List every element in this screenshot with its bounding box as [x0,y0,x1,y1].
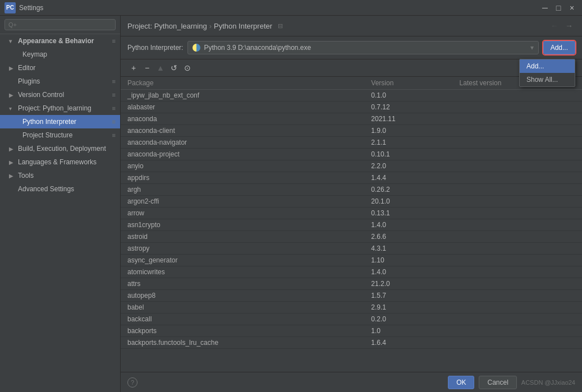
footer: ? OK Cancel ACSDN @JJxiao24 [121,372,582,392]
sidebar-item-advanced[interactable]: Advanced Settings [0,182,120,196]
nav-forward-button[interactable]: → [563,20,575,31]
table-row[interactable]: babel2.9.1 [121,302,582,313]
table-row[interactable]: anaconda-client1.9.0 [121,125,582,137]
table-row[interactable]: attrs21.2.0 [121,278,582,290]
package-toolbar: + − ▲ ↺ ⊙ [121,59,582,77]
cell-latest [453,313,582,325]
sidebar-item-label: Advanced Settings [18,185,74,193]
sidebar-item-plugins[interactable]: Plugins ≡ [0,75,120,88]
cell-version: 0.2.0 [364,313,452,325]
help-button[interactable]: ? [127,377,138,388]
table-row[interactable]: backports1.0 [121,325,582,337]
sidebar-item-label: Version Control [18,91,64,99]
content-area: Project: Python_learning › Python Interp… [121,16,582,392]
sidebar-item-label: Build, Execution, Deployment [18,145,106,153]
remove-package-button[interactable]: − [141,62,153,74]
maximize-button[interactable]: □ [553,2,564,13]
cancel-button[interactable]: Cancel [479,376,516,389]
window-title: Settings [19,4,43,12]
table-row[interactable]: backports.functools_lru_cache1.6.4 [121,337,582,349]
cell-package: astroid [121,231,364,243]
up-package-button[interactable]: ▲ [154,62,167,74]
interpreter-select[interactable]: Python 3.9 D:\anaconda\python.exe ▾ [187,41,538,54]
sidebar-item-python-interpreter[interactable]: Python Interpreter ≡ [0,115,120,128]
sidebar-item-version-control[interactable]: ▶ Version Control ≡ [0,88,120,102]
content-header: Project: Python_learning › Python Interp… [121,16,582,36]
cell-version: 4.3.1 [364,243,452,255]
cell-package: attrs [121,278,364,290]
cell-version: 1.4.4 [364,172,452,184]
cell-version: 2.2.0 [364,160,452,172]
table-row[interactable]: anaconda2021.11 [121,113,582,125]
table-row[interactable]: appdirs1.4.4 [121,172,582,184]
interpreter-icon: ≡ [112,118,116,125]
sidebar-item-label: Languages & Frameworks [18,158,97,166]
table-row[interactable]: anaconda-project0.10.1 [121,149,582,160]
settings-package-button[interactable]: ⊙ [181,62,194,74]
sidebar-item-build[interactable]: ▶ Build, Execution, Deployment [0,142,120,155]
breadcrumb: Project: Python_learning › Python Interp… [127,22,283,30]
table-row[interactable]: backcall0.2.0 [121,313,582,325]
table-row[interactable]: argh0.26.2 [121,184,582,196]
table-row[interactable]: arrow0.13.1 [121,207,582,219]
table-row[interactable]: astropy4.3.1 [121,243,582,255]
cell-package: appdirs [121,172,364,184]
cell-version: 1.4.0 [364,219,452,231]
table-row[interactable]: async_generator1.10 [121,255,582,266]
sidebar-item-editor[interactable]: ▶ Editor [0,61,120,75]
cell-package: argh [121,184,364,196]
table-row[interactable]: _ipyw_jlab_nb_ext_conf0.1.0 [121,90,582,102]
cell-version: 1.5.7 [364,290,452,302]
sidebar-item-label: Project Structure [22,131,72,139]
add-package-button[interactable]: + [127,62,140,74]
nav-arrows: ← → [548,20,575,31]
table-row[interactable]: asn1crypto1.4.0 [121,219,582,231]
cell-package: anaconda-navigator [121,137,364,149]
cell-package: babel [121,302,364,313]
cell-package: astropy [121,243,364,255]
add-dropdown-show-all[interactable]: Show All... [520,73,575,86]
title-bar-controls: ─ □ × [539,2,578,13]
cell-latest [453,172,582,184]
add-dropdown: Add... Show All... [519,59,575,87]
table-row[interactable]: atomicwrites1.4.0 [121,266,582,278]
col-package: Package [121,77,364,90]
add-button[interactable]: Add... [543,41,575,54]
cell-package: backports.functools_lru_cache [121,337,364,349]
chevron-down-icon: ▾ [530,44,534,52]
sidebar-item-tools[interactable]: ▶ Tools [0,169,120,182]
cell-package: anaconda-project [121,149,364,160]
main-layout: ▾ Appearance & Behavior ≡ Keymap ▶ Edito… [0,16,582,392]
table-row[interactable]: anaconda-navigator2.1.1 [121,137,582,149]
sidebar-item-project[interactable]: ▾ Project: Python_learning ≡ [0,102,120,115]
expand-icon: ▶ [9,65,16,71]
sidebar-item-project-structure[interactable]: Project Structure ≡ [0,128,120,142]
refresh-button[interactable]: ↺ [168,62,180,74]
table-row[interactable]: argon2-cffi20.1.0 [121,196,582,207]
cell-version: 1.9.0 [364,125,452,137]
vc-icon: ≡ [112,91,116,98]
minimize-button[interactable]: ─ [539,2,551,13]
table-row[interactable]: astroid2.6.6 [121,231,582,243]
sidebar-item-appearance[interactable]: ▾ Appearance & Behavior ≡ [0,34,120,48]
close-button[interactable]: × [566,2,578,13]
sidebar-item-keymap[interactable]: Keymap [0,48,120,61]
table-row[interactable]: anyio2.2.0 [121,160,582,172]
cell-version: 1.10 [364,255,452,266]
cell-latest [453,184,582,196]
cell-latest [453,125,582,137]
table-row[interactable]: alabaster0.7.12 [121,102,582,113]
cell-package: _ipyw_jlab_nb_ext_conf [121,90,364,102]
cell-package: async_generator [121,255,364,266]
ok-button[interactable]: OK [448,376,474,389]
cell-latest [453,90,582,102]
footer-right: OK Cancel ACSDN @JJxiao24 [448,376,575,389]
title-bar: PC Settings ─ □ × [0,0,582,16]
nav-back-button[interactable]: ← [548,20,561,31]
sidebar-search-input[interactable] [4,19,116,30]
table-row[interactable]: autopep81.5.7 [121,290,582,302]
expand-icon: ▶ [9,92,16,98]
sidebar-item-languages[interactable]: ▶ Languages & Frameworks [0,155,120,169]
add-dropdown-add[interactable]: Add... [520,59,575,73]
sidebar-item-label: Keymap [22,50,47,58]
